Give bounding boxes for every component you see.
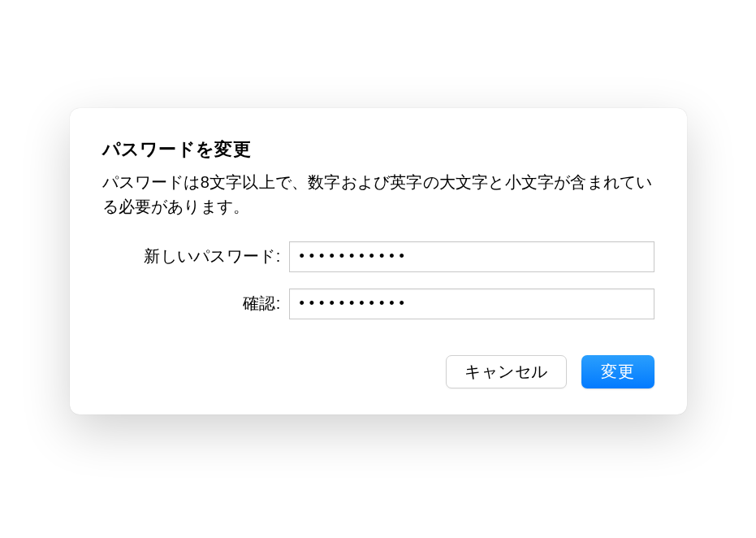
cancel-button[interactable]: キャンセル bbox=[446, 355, 567, 388]
confirm-password-input[interactable] bbox=[289, 289, 654, 319]
new-password-row: 新しいパスワード: bbox=[102, 241, 654, 272]
dialog-description: パスワードは8文字以上で、数字および英字の大文字と小文字が含まれている必要があり… bbox=[102, 170, 654, 219]
dialog-button-row: キャンセル 変更 bbox=[102, 355, 654, 388]
confirm-password-label: 確認: bbox=[102, 293, 289, 315]
dialog-title: パスワードを変更 bbox=[102, 137, 654, 162]
change-button[interactable]: 変更 bbox=[581, 355, 654, 388]
new-password-label: 新しいパスワード: bbox=[102, 245, 289, 267]
change-password-dialog: パスワードを変更 パスワードは8文字以上で、数字および英字の大文字と小文字が含ま… bbox=[70, 108, 687, 414]
confirm-password-row: 確認: bbox=[102, 289, 654, 319]
new-password-input[interactable] bbox=[289, 241, 654, 272]
